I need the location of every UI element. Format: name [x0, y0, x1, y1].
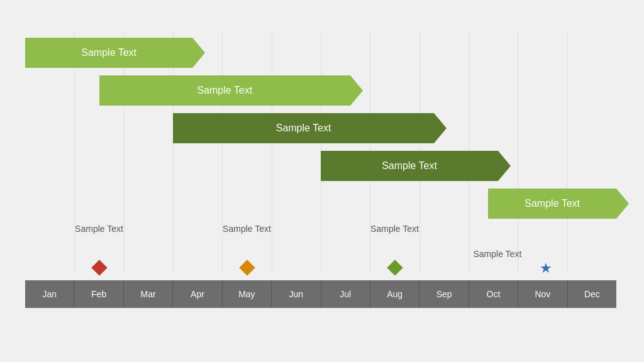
milestone-diamond-1 — [91, 260, 107, 275]
grid-line — [518, 31, 518, 274]
timeline-bar: JanFebMarAprMayJunJulAugSepOctNovDec — [25, 280, 616, 308]
milestone-label-2: Sample Text — [213, 224, 282, 234]
star-milestone-icon: ★ — [540, 260, 552, 277]
milestone-diamond-3 — [387, 260, 402, 275]
month-cell-jul: Jul — [321, 280, 370, 308]
bar-label-1: Sample Text — [81, 47, 136, 58]
month-cell-oct: Oct — [469, 280, 518, 308]
gantt-bar-4: Sample Text — [321, 151, 498, 181]
month-cell-mar: Mar — [124, 280, 173, 308]
milestone-label-1: Sample Text — [65, 224, 134, 234]
month-cell-jan: Jan — [25, 280, 74, 308]
grid-line — [272, 31, 272, 274]
gantt-bar-5: Sample Text — [488, 189, 616, 219]
gantt-bar-3: Sample Text — [173, 113, 434, 143]
milestone-diamond-2 — [239, 260, 255, 275]
chart-area: Sample TextSample TextSample TextSample … — [25, 31, 616, 308]
month-cell-nov: Nov — [518, 280, 567, 308]
bar-label-3: Sample Text — [276, 123, 331, 134]
month-cell-may: May — [223, 280, 272, 308]
star-milestone-label: Sample Text — [474, 249, 522, 259]
bar-label-2: Sample Text — [197, 85, 252, 96]
month-cell-apr: Apr — [173, 280, 222, 308]
bar-label-5: Sample Text — [525, 198, 580, 209]
month-cell-sep: Sep — [419, 280, 469, 308]
month-cell-dec: Dec — [568, 280, 616, 308]
gantt-bar-1: Sample Text — [25, 38, 192, 68]
gantt-bar-2: Sample Text — [99, 75, 351, 106]
month-cell-jun: Jun — [272, 280, 321, 308]
month-cell-feb: Feb — [74, 280, 123, 308]
slide: Sample TextSample TextSample TextSample … — [0, 0, 644, 362]
milestone-label-3: Sample Text — [360, 224, 430, 234]
grid-line — [567, 31, 568, 274]
bar-label-4: Sample Text — [382, 160, 437, 172]
month-cell-aug: Aug — [370, 280, 419, 308]
grid-line — [222, 31, 223, 274]
